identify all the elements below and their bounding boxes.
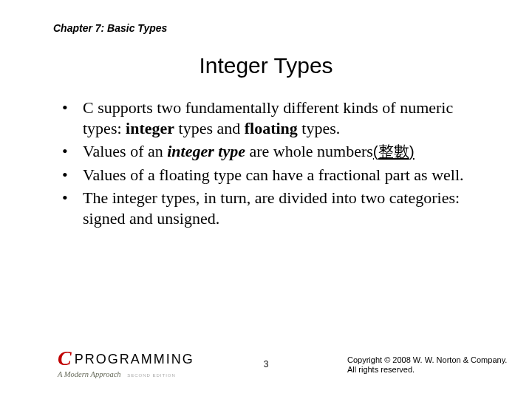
text-run: types and [174,119,245,137]
list-item: Values of an integer type are whole numb… [62,141,491,162]
bullet-list: C supports two fundamentally different k… [62,98,491,231]
list-item: Values of a floating type can have a fra… [62,165,491,185]
list-item: The integer types, in turn, are divided … [62,188,491,228]
text-run: Values of an [83,142,167,160]
chapter-label: Chapter 7: Basic Types [53,22,167,34]
slide: Chapter 7: Basic Types Integer Types C s… [0,0,532,399]
paren-close: ) [409,143,415,160]
footer: C PROGRAMMING A Modern Approach SECOND E… [0,349,532,378]
copyright-block: Copyright © 2008 W. W. Norton & Company.… [347,355,517,376]
bold-italic-text: integer type [167,142,245,160]
slide-title: Integer Types [0,53,532,78]
cjk-annotation: 整數 [378,143,409,160]
text-run: The integer types, in turn, are divided … [83,188,460,228]
logo-subtitle: A Modern Approach [58,370,121,378]
text-run: types. [298,119,340,137]
logo-edition: SECOND EDITION [127,373,176,378]
text-run: are whole numbers [245,142,373,160]
bold-text: integer [126,119,174,137]
text-run: Values of a floating type can have a fra… [83,166,464,184]
copyright-line1: Copyright © 2008 W. W. Norton & Company. [347,355,517,366]
logo-subtitle-row: A Modern Approach SECOND EDITION [58,370,220,378]
copyright-line2: All rights reserved. [347,365,517,375]
paren-note: (整數) [373,143,415,160]
list-item: C supports two fundamentally different k… [62,98,491,138]
paren-open: ( [373,143,378,160]
bold-text: floating [245,119,298,137]
